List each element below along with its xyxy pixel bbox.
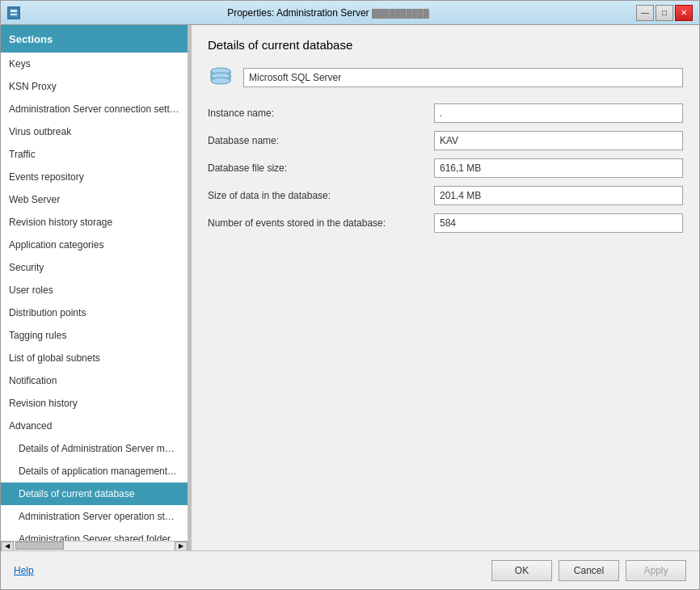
title-bar: Properties: Administration Server ██████… (1, 1, 699, 25)
sidebar-item-app-management-plugins[interactable]: Details of application management plug (1, 460, 188, 483)
form-input-events-count[interactable] (434, 213, 683, 233)
form-fields: Instance name:Database name:Database fil… (208, 103, 683, 241)
form-row-instance-name: Instance name: (208, 103, 683, 123)
scroll-left-button[interactable]: ◀ (1, 542, 14, 551)
content-title: Details of current database (208, 38, 683, 52)
close-button[interactable]: ✕ (675, 5, 693, 21)
sidebar-scroll[interactable]: KeysKSN ProxyAdministration Server conne… (1, 53, 188, 541)
sidebar-item-distribution-points[interactable]: Distribution points (1, 301, 188, 324)
cancel-button[interactable]: Cancel (559, 560, 619, 581)
sidebar-item-notification[interactable]: Notification (1, 369, 188, 392)
help-link[interactable]: Help (14, 565, 34, 576)
database-icon (208, 65, 234, 91)
sidebar-item-web-server[interactable]: Web Server (1, 188, 188, 211)
sidebar-header: Sections (1, 25, 188, 53)
form-row-database-name: Database name: (208, 131, 683, 150)
sidebar-item-global-subnets[interactable]: List of global subnets (1, 347, 188, 369)
sidebar-item-revision-history[interactable]: Revision history (1, 392, 188, 415)
scroll-track (14, 542, 175, 551)
sidebar-item-keys[interactable]: Keys (1, 53, 188, 75)
sidebar-item-revision-history-storage[interactable]: Revision history storage (1, 211, 188, 234)
sidebar-item-events-repository[interactable]: Events repository (1, 166, 188, 188)
sidebar-item-admin-server-stats[interactable]: Administration Server operation statisti (1, 505, 188, 528)
sidebar-item-admin-server-connection[interactable]: Administration Server connection setting… (1, 98, 188, 120)
form-input-data-size[interactable] (434, 186, 683, 205)
db-icon-row (208, 65, 683, 91)
sidebar-hscrollbar: ◀ ▶ (1, 541, 188, 550)
sidebar-item-admin-server-shared[interactable]: Administration Server shared folder (1, 528, 188, 541)
sidebar-item-ksn-proxy[interactable]: KSN Proxy (1, 75, 188, 98)
form-input-database-name[interactable] (434, 131, 683, 150)
form-row-events-count: Number of events stored in the database: (208, 213, 683, 233)
form-label-events-count: Number of events stored in the database: (208, 217, 434, 229)
bottom-bar: Help OK Cancel Apply (1, 550, 699, 589)
db-type-field[interactable] (243, 68, 683, 87)
sidebar-item-admin-server-manage[interactable]: Details of Administration Server manage (1, 437, 188, 460)
svg-rect-0 (9, 8, 19, 18)
form-label-database-name: Database name: (208, 135, 434, 146)
bottom-buttons: OK Cancel Apply (491, 560, 686, 581)
main-content: Sections KeysKSN ProxyAdministration Ser… (1, 25, 699, 550)
sidebar: Sections KeysKSN ProxyAdministration Ser… (1, 25, 188, 550)
maximize-button[interactable]: □ (656, 5, 673, 21)
form-row-data-size: Size of data in the database: (208, 186, 683, 205)
window-controls: — □ ✕ (636, 5, 693, 21)
sidebar-item-user-roles[interactable]: User roles (1, 279, 188, 301)
sidebar-item-virus-outbreak[interactable]: Virus outbreak (1, 120, 188, 143)
window-icon (7, 6, 20, 19)
minimize-button[interactable]: — (636, 5, 654, 21)
sidebar-item-tagging-rules[interactable]: Tagging rules (1, 324, 188, 347)
svg-rect-2 (11, 14, 17, 15)
ok-button[interactable]: OK (491, 560, 552, 581)
scroll-thumb[interactable] (15, 542, 64, 550)
form-label-instance-name: Instance name: (208, 107, 434, 119)
svg-point-5 (211, 78, 230, 84)
sidebar-item-advanced[interactable]: Advanced (1, 415, 188, 437)
main-window: Properties: Administration Server ██████… (0, 0, 700, 590)
sidebar-item-current-database[interactable]: Details of current database (1, 483, 188, 505)
form-input-instance-name[interactable] (434, 103, 683, 123)
sidebar-scroll-container: KeysKSN ProxyAdministration Server conne… (1, 53, 188, 550)
form-input-database-file-size[interactable] (434, 158, 683, 178)
form-label-database-file-size: Database file size: (208, 162, 434, 174)
sidebar-item-application-categories[interactable]: Application categories (1, 234, 188, 256)
scroll-right-button[interactable]: ▶ (175, 542, 188, 551)
form-row-database-file-size: Database file size: (208, 158, 683, 178)
sidebar-item-traffic[interactable]: Traffic (1, 143, 188, 166)
sidebar-item-security[interactable]: Security (1, 256, 188, 279)
apply-button[interactable]: Apply (626, 560, 686, 581)
window-title: Properties: Administration Server ██████… (20, 7, 636, 19)
svg-rect-1 (11, 10, 17, 12)
form-label-data-size: Size of data in the database: (208, 190, 434, 201)
content-area: Details of current database (192, 25, 699, 550)
